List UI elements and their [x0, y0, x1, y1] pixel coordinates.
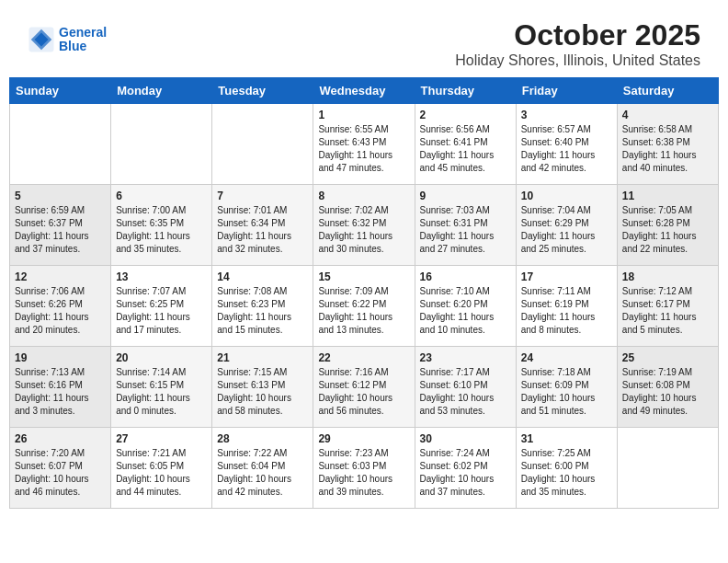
header-wednesday: Wednesday [313, 78, 415, 104]
logo-blue: Blue [59, 39, 86, 53]
logo-general: General [59, 25, 107, 40]
top-bar: General Blue October 2025 Holiday Shores… [9, 9, 719, 74]
cell-week4-day7: 25Sunrise: 7:19 AMSunset: 6:08 PMDayligh… [617, 347, 718, 428]
day-info: Sunrise: 7:23 AMSunset: 6:03 PMDaylight:… [318, 447, 409, 499]
logo: General Blue [28, 26, 107, 54]
cell-week3-day1: 12Sunrise: 7:06 AMSunset: 6:26 PMDayligh… [10, 266, 111, 347]
header-tuesday: Tuesday [212, 78, 313, 104]
logo-icon [28, 26, 55, 53]
day-number: 11 [622, 190, 713, 202]
day-info: Sunrise: 7:01 AMSunset: 6:34 PMDaylight:… [217, 204, 308, 256]
cell-week1-day5: 2Sunrise: 6:56 AMSunset: 6:41 PMDaylight… [415, 104, 516, 185]
day-info: Sunrise: 7:17 AMSunset: 6:10 PMDaylight:… [420, 366, 511, 418]
day-number: 17 [521, 270, 612, 283]
day-info: Sunrise: 7:07 AMSunset: 6:25 PMDaylight:… [116, 285, 207, 337]
cell-week2-day3: 7Sunrise: 7:01 AMSunset: 6:34 PMDaylight… [212, 185, 313, 266]
day-number: 10 [521, 190, 612, 202]
header-friday: Friday [516, 78, 617, 104]
day-number: 9 [420, 190, 511, 202]
cell-week3-day3: 14Sunrise: 7:08 AMSunset: 6:23 PMDayligh… [212, 266, 313, 347]
week-row-3: 12Sunrise: 7:06 AMSunset: 6:26 PMDayligh… [10, 266, 719, 347]
day-number: 18 [622, 270, 713, 283]
day-number: 1 [318, 109, 409, 121]
day-number: 2 [420, 109, 511, 121]
header-monday: Monday [111, 78, 212, 104]
header-saturday: Saturday [617, 78, 718, 104]
cell-week1-day7: 4Sunrise: 6:58 AMSunset: 6:38 PMDaylight… [617, 104, 718, 185]
calendar-table: Sunday Monday Tuesday Wednesday Thursday… [9, 77, 719, 509]
cell-week3-day7: 18Sunrise: 7:12 AMSunset: 6:17 PMDayligh… [617, 266, 718, 347]
day-number: 21 [217, 351, 308, 364]
cell-week2-day2: 6Sunrise: 7:00 AMSunset: 6:35 PMDaylight… [111, 185, 212, 266]
week-row-5: 26Sunrise: 7:20 AMSunset: 6:07 PMDayligh… [10, 428, 719, 509]
cell-week5-day1: 26Sunrise: 7:20 AMSunset: 6:07 PMDayligh… [10, 428, 111, 509]
day-info: Sunrise: 7:02 AMSunset: 6:32 PMDaylight:… [318, 204, 409, 256]
cell-week1-day4: 1Sunrise: 6:55 AMSunset: 6:43 PMDaylight… [313, 104, 415, 185]
cell-week3-day4: 15Sunrise: 7:09 AMSunset: 6:22 PMDayligh… [313, 266, 415, 347]
day-number: 28 [217, 432, 308, 445]
day-number: 24 [521, 351, 612, 364]
cell-week2-day7: 11Sunrise: 7:05 AMSunset: 6:28 PMDayligh… [617, 185, 718, 266]
day-number: 23 [420, 351, 511, 364]
cell-week4-day4: 22Sunrise: 7:16 AMSunset: 6:12 PMDayligh… [313, 347, 415, 428]
calendar-header-row: Sunday Monday Tuesday Wednesday Thursday… [10, 78, 719, 104]
cell-week1-day2 [111, 104, 212, 185]
cell-week4-day1: 19Sunrise: 7:13 AMSunset: 6:16 PMDayligh… [10, 347, 111, 428]
day-info: Sunrise: 7:04 AMSunset: 6:29 PMDaylight:… [521, 204, 612, 256]
header-thursday: Thursday [415, 78, 516, 104]
day-number: 16 [420, 270, 511, 283]
day-info: Sunrise: 6:56 AMSunset: 6:41 PMDaylight:… [420, 123, 511, 175]
logo-text: General Blue [59, 26, 107, 54]
cell-week3-day2: 13Sunrise: 7:07 AMSunset: 6:25 PMDayligh… [111, 266, 212, 347]
cell-week5-day2: 27Sunrise: 7:21 AMSunset: 6:05 PMDayligh… [111, 428, 212, 509]
day-info: Sunrise: 7:11 AMSunset: 6:19 PMDaylight:… [521, 285, 612, 337]
day-info: Sunrise: 7:00 AMSunset: 6:35 PMDaylight:… [116, 204, 207, 256]
day-info: Sunrise: 7:15 AMSunset: 6:13 PMDaylight:… [217, 366, 308, 418]
day-number: 3 [521, 109, 612, 121]
cell-week4-day3: 21Sunrise: 7:15 AMSunset: 6:13 PMDayligh… [212, 347, 313, 428]
day-info: Sunrise: 7:06 AMSunset: 6:26 PMDaylight:… [15, 285, 106, 337]
day-number: 20 [116, 351, 207, 364]
cell-week3-day5: 16Sunrise: 7:10 AMSunset: 6:20 PMDayligh… [415, 266, 516, 347]
header-sunday: Sunday [10, 78, 111, 104]
day-info: Sunrise: 7:25 AMSunset: 6:00 PMDaylight:… [521, 447, 612, 499]
week-row-4: 19Sunrise: 7:13 AMSunset: 6:16 PMDayligh… [10, 347, 719, 428]
cell-week5-day7 [617, 428, 718, 509]
cell-week3-day6: 17Sunrise: 7:11 AMSunset: 6:19 PMDayligh… [516, 266, 617, 347]
day-number: 25 [622, 351, 713, 364]
cell-week1-day6: 3Sunrise: 6:57 AMSunset: 6:40 PMDaylight… [516, 104, 617, 185]
day-info: Sunrise: 7:14 AMSunset: 6:15 PMDaylight:… [116, 366, 207, 418]
day-info: Sunrise: 7:24 AMSunset: 6:02 PMDaylight:… [420, 447, 511, 499]
cell-week5-day3: 28Sunrise: 7:22 AMSunset: 6:04 PMDayligh… [212, 428, 313, 509]
cell-week2-day4: 8Sunrise: 7:02 AMSunset: 6:32 PMDaylight… [313, 185, 415, 266]
day-number: 19 [15, 351, 106, 364]
cell-week5-day4: 29Sunrise: 7:23 AMSunset: 6:03 PMDayligh… [313, 428, 415, 509]
day-number: 29 [318, 432, 409, 445]
cell-week4-day6: 24Sunrise: 7:18 AMSunset: 6:09 PMDayligh… [516, 347, 617, 428]
day-info: Sunrise: 7:20 AMSunset: 6:07 PMDaylight:… [15, 447, 106, 499]
day-number: 12 [15, 270, 106, 283]
day-info: Sunrise: 7:22 AMSunset: 6:04 PMDaylight:… [217, 447, 308, 499]
cell-week4-day5: 23Sunrise: 7:17 AMSunset: 6:10 PMDayligh… [415, 347, 516, 428]
day-info: Sunrise: 7:10 AMSunset: 6:20 PMDaylight:… [420, 285, 511, 337]
week-row-2: 5Sunrise: 6:59 AMSunset: 6:37 PMDaylight… [10, 185, 719, 266]
header: October 2025 Holiday Shores, Illinois, U… [455, 9, 719, 74]
cell-week5-day6: 31Sunrise: 7:25 AMSunset: 6:00 PMDayligh… [516, 428, 617, 509]
day-info: Sunrise: 7:05 AMSunset: 6:28 PMDaylight:… [622, 204, 713, 256]
day-info: Sunrise: 6:55 AMSunset: 6:43 PMDaylight:… [318, 123, 409, 175]
location-subtitle: Holiday Shores, Illinois, United States [455, 52, 700, 69]
day-number: 14 [217, 270, 308, 283]
cell-week1-day1 [10, 104, 111, 185]
day-info: Sunrise: 7:21 AMSunset: 6:05 PMDaylight:… [116, 447, 207, 499]
cell-week1-day3 [212, 104, 313, 185]
day-info: Sunrise: 7:12 AMSunset: 6:17 PMDaylight:… [622, 285, 713, 337]
cell-week2-day1: 5Sunrise: 6:59 AMSunset: 6:37 PMDaylight… [10, 185, 111, 266]
day-info: Sunrise: 6:58 AMSunset: 6:38 PMDaylight:… [622, 123, 713, 175]
cell-week2-day6: 10Sunrise: 7:04 AMSunset: 6:29 PMDayligh… [516, 185, 617, 266]
day-info: Sunrise: 7:16 AMSunset: 6:12 PMDaylight:… [318, 366, 409, 418]
day-number: 6 [116, 190, 207, 202]
day-number: 4 [622, 109, 713, 121]
day-number: 7 [217, 190, 308, 202]
day-info: Sunrise: 7:13 AMSunset: 6:16 PMDaylight:… [15, 366, 106, 418]
day-info: Sunrise: 7:18 AMSunset: 6:09 PMDaylight:… [521, 366, 612, 418]
